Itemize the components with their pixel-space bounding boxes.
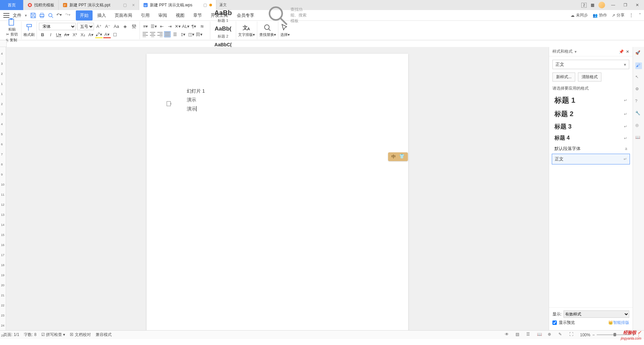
close-button[interactable]: ✕ [633, 1, 641, 9]
minimize-button[interactable]: — [609, 1, 617, 9]
font-size-select[interactable]: 五号 [77, 23, 94, 30]
tab-wps-active[interactable]: W 新建 PPT 演示文稿.wps ▢ [139, 0, 216, 10]
cut-button[interactable]: ✂ 剪切 [6, 32, 18, 37]
decrease-indent-icon[interactable]: ⇤ [158, 23, 165, 30]
borders-icon[interactable]: 田▾ [196, 31, 203, 38]
reading-view-icon[interactable]: 📖 [537, 332, 543, 338]
change-case-icon[interactable]: Aa [113, 23, 120, 30]
avatar[interactable] [598, 2, 605, 8]
save-icon[interactable] [30, 12, 36, 18]
badge-icon[interactable]: 2 [581, 3, 587, 8]
style-row[interactable]: 标题 4↵ [552, 133, 630, 144]
page-status[interactable]: 页面: 1/1 [3, 332, 19, 338]
paste-icon[interactable] [7, 18, 17, 26]
menu-review[interactable]: 审阅 [154, 10, 171, 20]
align-right-button[interactable] [157, 31, 163, 37]
menu-insert[interactable]: 插入 [93, 10, 110, 20]
style-item-h1[interactable]: AaBb标题 1 [212, 8, 234, 23]
redo-icon[interactable]: ↷▾ [65, 12, 71, 18]
print-icon[interactable] [39, 12, 45, 18]
copy-button[interactable]: ⎘ 复制 [6, 38, 18, 43]
page-view-icon[interactable]: ▤ [516, 332, 522, 338]
numbering-icon[interactable]: ☰▾ [150, 23, 157, 30]
format-painter-icon[interactable] [24, 23, 34, 32]
find-replace-icon[interactable] [263, 23, 272, 32]
share-button[interactable]: ↗ 分享 [612, 12, 625, 18]
bullets-icon[interactable]: ≡▾ [142, 23, 149, 30]
word-count[interactable]: 字数: 8 [24, 332, 36, 338]
collab-button[interactable]: 👥 协作 [593, 12, 607, 18]
grow-font-icon[interactable]: A⁺ [95, 23, 103, 30]
text-effect-icon[interactable]: A▾ [87, 32, 95, 38]
help-icon[interactable]: ? [635, 99, 642, 105]
highlight-icon[interactable]: 🖍▾ [95, 32, 103, 38]
tools-icon[interactable]: 🔧 [635, 111, 642, 117]
line-icon[interactable]: ≋ [198, 23, 206, 30]
align-center-button[interactable] [149, 31, 156, 37]
cursor-strip-icon[interactable]: ↖ [635, 75, 642, 81]
text-layout-icon[interactable]: 文A [242, 23, 251, 32]
style-row[interactable]: 标题 2↵ [552, 107, 630, 120]
clear-format-button[interactable]: 清除格式 [578, 72, 601, 82]
menu-start[interactable]: 开始 [76, 10, 93, 20]
undo-icon[interactable]: ↶▾ [56, 12, 62, 18]
style-item-body[interactable]: AaBbCcDd正文 [212, 0, 234, 8]
char-border-icon[interactable]: ☐ [111, 32, 119, 38]
clear-format-icon[interactable]: ◈ [121, 23, 129, 30]
menu-ref[interactable]: 引用 [137, 10, 154, 20]
distribute-icon[interactable]: ☰ [171, 31, 179, 38]
style-item-h2[interactable]: AaBb(标题 2 [212, 23, 234, 39]
hamburger-icon[interactable] [3, 13, 9, 18]
style-row[interactable]: 标题 1↵ [552, 93, 630, 107]
sync-status[interactable]: ☁ 未同步 [571, 12, 588, 18]
rocket-icon[interactable]: 🚀 [635, 50, 642, 57]
font-name-select[interactable]: 宋体 [39, 23, 76, 30]
spellcheck-status[interactable]: ☑ 拼写检查 ▾ [41, 332, 65, 338]
align-justify-button[interactable] [164, 31, 171, 37]
panel-dropdown-icon[interactable]: ▾ [575, 49, 577, 54]
menu-view[interactable]: 视图 [172, 10, 189, 20]
tab-char-icon[interactable]: AL▾ [182, 23, 190, 30]
strike-button[interactable]: A▾ [63, 32, 70, 38]
display-select[interactable]: 有效样式 [564, 310, 629, 318]
draft-view-icon[interactable]: ✎ [558, 332, 565, 338]
window-icon[interactable]: ▢ [203, 3, 207, 7]
tab-home[interactable]: 首页 [0, 0, 23, 10]
style-row[interactable]: 默认段落字体a [552, 144, 630, 154]
tab-template[interactable]: 找稻壳模板 [23, 0, 59, 10]
sort-icon[interactable]: ✕▾ [174, 23, 181, 30]
line-spacing-icon[interactable]: ‡▾ [179, 31, 187, 38]
style-row[interactable]: 正文↵ [552, 154, 630, 164]
select-icon[interactable] [280, 23, 290, 32]
current-style-select[interactable]: 正文 ▾ [552, 60, 629, 69]
panel-close-icon[interactable]: ✕ [626, 49, 629, 54]
eye-icon[interactable]: 👁 [505, 332, 511, 338]
subscript-button[interactable]: X₂ [79, 32, 87, 38]
web-view-icon[interactable]: ⊕ [548, 332, 554, 338]
font-color-icon[interactable]: A▾ [103, 32, 111, 38]
show-marks-icon[interactable]: ¶▾ [190, 23, 198, 30]
smart-layout-link[interactable]: 👑智能排版 [608, 320, 629, 326]
tab-ppt[interactable]: P 新建 PPT 演示文稿.ppt ▢ × [59, 0, 139, 10]
zoom-out-button[interactable]: − [592, 333, 595, 337]
preview-checkbox[interactable] [552, 321, 557, 325]
italic-button[interactable]: I [47, 32, 54, 38]
menu-member[interactable]: 会员专享 [233, 10, 258, 20]
tab-close-icon[interactable]: × [132, 2, 135, 8]
align-left-button[interactable] [142, 31, 149, 37]
target-icon[interactable]: ◎ [635, 123, 642, 130]
style-brush-icon[interactable]: 🖌 [635, 62, 642, 69]
zoom-value[interactable]: 100% [580, 333, 590, 337]
collapse-ribbon-icon[interactable]: ˆ [639, 13, 641, 18]
bold-button[interactable]: B [39, 32, 46, 38]
more-icon[interactable]: ⋮ [629, 13, 635, 18]
superscript-button[interactable]: X² [71, 32, 78, 38]
grid-icon[interactable]: ▦ [591, 3, 594, 7]
menu-layout[interactable]: 页面布局 [111, 10, 136, 20]
shading-icon[interactable]: ◫▾ [187, 31, 195, 38]
increase-indent-icon[interactable]: ⇥ [166, 23, 173, 30]
menu-chapter[interactable]: 章节 [189, 10, 206, 20]
window-icon[interactable]: ▢ [123, 3, 127, 7]
book-icon[interactable]: 📖 [635, 135, 642, 142]
new-style-button[interactable]: 新样式... [552, 72, 575, 82]
